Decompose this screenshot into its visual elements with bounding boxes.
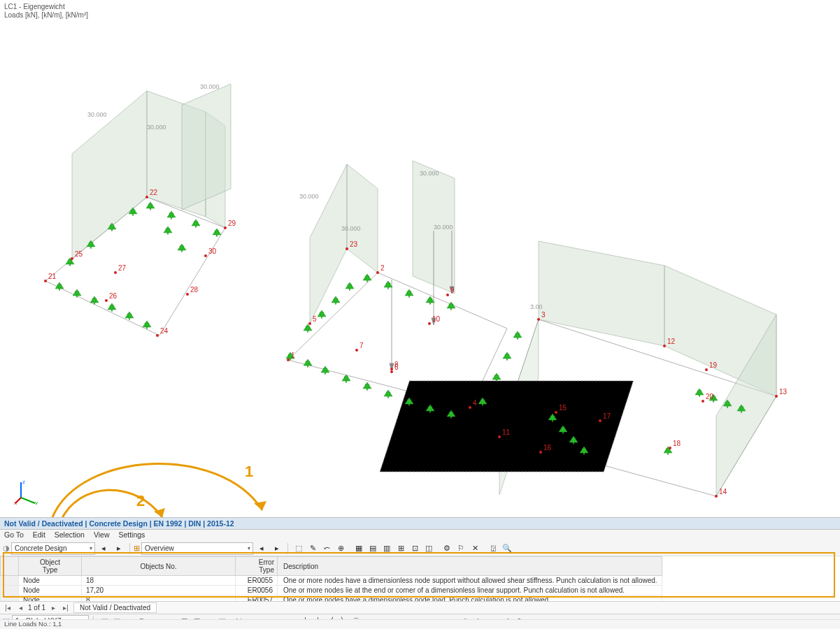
load-value-label: 30.000 <box>147 124 166 131</box>
svg-point-23 <box>44 280 47 282</box>
tab-last[interactable]: ▸| <box>61 604 71 612</box>
svg-point-52 <box>715 495 718 498</box>
table-row[interactable]: Node 17,20 ER0056 One or more nodes lie … <box>1 586 662 595</box>
toolbar-button-5[interactable]: ▤ <box>366 542 380 555</box>
col-description[interactable]: Description <box>278 557 662 576</box>
design-module-combo[interactable]: Concrete Design <box>11 542 95 555</box>
toolbar-button-7[interactable]: ⊞ <box>394 542 408 555</box>
svg-point-51 <box>669 447 671 449</box>
toolbar-button-0[interactable]: ⬚ <box>292 542 306 555</box>
model-viewport[interactable]: LC1 - Eigengewicht Loads [kN], [kN/m], [… <box>0 0 840 510</box>
svg-point-42 <box>537 318 540 321</box>
svg-point-31 <box>224 226 227 229</box>
node-label: 19 <box>709 361 718 369</box>
col-objects-no[interactable]: Objects No. <box>82 557 236 576</box>
menu-view[interactable]: View <box>94 530 110 539</box>
menu-edit[interactable]: Edit <box>33 530 45 539</box>
toolbar-button-13[interactable]: ⍰ <box>486 542 500 554</box>
svg-line-57 <box>21 498 35 503</box>
nav-next-table[interactable]: ▸ <box>270 542 284 555</box>
load-value-label: 3.00 <box>530 303 543 310</box>
menu-goto[interactable]: Go To <box>4 530 24 539</box>
node-label: 30 <box>208 247 217 255</box>
axis-gizmo: z y x <box>14 477 42 505</box>
status-text: Line Loads No.: 1,1 <box>4 620 62 628</box>
cell-object-type[interactable]: Node <box>19 576 82 586</box>
cell-object-type[interactable]: Node <box>19 586 82 595</box>
node-label: 18 <box>673 440 681 447</box>
svg-point-34 <box>287 359 290 361</box>
svg-point-36 <box>355 349 358 352</box>
svg-text:x: x <box>14 500 17 505</box>
model-canvas[interactable]: 2125262722242830292351276910843121913201… <box>0 14 840 503</box>
nav-prev-table[interactable]: ◂ <box>255 542 269 555</box>
loadcase-title: LC1 - Eigengewicht <box>4 3 65 10</box>
node-label: 24 <box>160 327 169 335</box>
cell-error-code: ER0056 <box>236 586 278 595</box>
col-object-type[interactable]: Object Type <box>19 557 82 576</box>
svg-marker-8 <box>347 164 378 273</box>
toolbar-button-6[interactable]: ▥ <box>380 542 394 555</box>
toolbar-button-9[interactable]: ◫ <box>422 542 436 555</box>
cell-error-code: ER0055 <box>236 576 278 586</box>
svg-marker-6 <box>182 84 231 210</box>
cell-objects-no[interactable]: 17,20 <box>82 586 236 595</box>
col-error-type[interactable]: Error Type <box>236 557 278 576</box>
toolbar-button-10[interactable]: ⚙ <box>440 542 454 555</box>
svg-point-49 <box>498 435 501 438</box>
cell-description: One or more nodes lie at the end or corn… <box>278 586 662 595</box>
row-header-col <box>1 557 19 576</box>
table-tabbar: |◂ ◂ 1 of 1 ▸ ▸| Not Valid / Deactivated <box>0 601 840 614</box>
node-label: 26 <box>109 292 118 300</box>
toolbar-button-3[interactable]: ⊕ <box>334 542 348 555</box>
tab-next[interactable]: ▸ <box>48 604 58 612</box>
tab-first[interactable]: |◂ <box>3 604 13 612</box>
node-label: 27 <box>118 264 127 272</box>
design-icon: ◑ <box>3 544 10 553</box>
node-label: 28 <box>190 286 199 294</box>
load-value-label: 30.000 <box>420 170 439 177</box>
node-label: 23 <box>350 240 358 248</box>
svg-marker-10 <box>539 241 664 346</box>
cell-objects-no[interactable]: 18 <box>82 576 236 586</box>
svg-marker-3 <box>72 91 147 259</box>
load-value-label: 30.000 <box>87 111 107 118</box>
toolbar-button-1[interactable]: ✎ <box>306 542 320 555</box>
svg-point-50 <box>539 451 542 454</box>
table-row[interactable]: Node 18 ER0055 One or more nodes have a … <box>1 576 662 586</box>
node-label: 15 <box>559 404 567 412</box>
svg-marker-7 <box>310 164 347 324</box>
load-value-label: 30.000 <box>200 83 220 90</box>
node-label: 8 <box>394 361 399 368</box>
svg-rect-20 <box>380 381 633 472</box>
nav-next-module[interactable]: ▸ <box>112 542 126 555</box>
load-value-label: 30.000 <box>434 224 453 231</box>
node-label: 4 <box>473 399 477 407</box>
menu-selection[interactable]: Selection <box>55 530 85 539</box>
svg-point-39 <box>428 322 431 325</box>
nav-prev-module[interactable]: ◂ <box>97 542 111 555</box>
toolbar-button-2[interactable]: ⤺ <box>320 542 334 555</box>
node-label: 29 <box>228 219 236 227</box>
node-label: 14 <box>719 488 727 496</box>
svg-point-44 <box>705 368 708 371</box>
node-label: 21 <box>48 273 57 280</box>
result-table-combo[interactable]: Overview <box>141 542 253 555</box>
toolbar-button-14[interactable]: 🔍 <box>500 542 514 555</box>
node-label: 17 <box>603 412 611 420</box>
svg-point-25 <box>105 299 108 302</box>
toolbar-button-12[interactable]: ✕ <box>468 542 482 555</box>
tab-prev[interactable]: ◂ <box>15 604 25 612</box>
node-label: 5 <box>313 315 317 323</box>
cell-description: One or more nodes have a dimensionless n… <box>278 576 662 586</box>
svg-point-41 <box>469 406 471 409</box>
annotation-label-1: 1 <box>245 463 253 481</box>
toolbar-button-4[interactable]: ▦ <box>352 542 366 555</box>
toolbar-button-8[interactable]: ⊡ <box>408 542 422 555</box>
toolbar-button-11[interactable]: ⚐ <box>454 542 468 555</box>
panel-title-bar: Not Valid / Deactivated | Concrete Desig… <box>0 517 840 530</box>
menu-settings[interactable]: Settings <box>118 530 145 539</box>
tab-not-valid[interactable]: Not Valid / Deactivated <box>73 602 157 613</box>
node-label: 12 <box>667 338 676 345</box>
svg-point-48 <box>599 419 601 422</box>
